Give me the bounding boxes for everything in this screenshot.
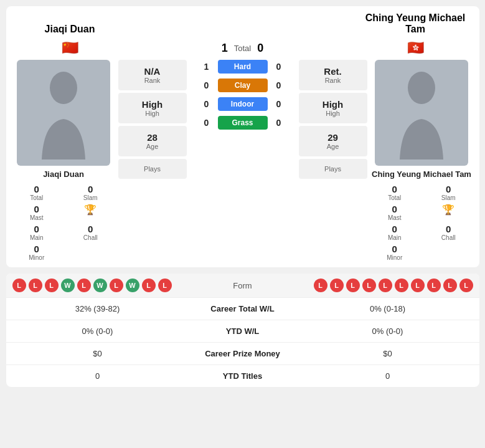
left-side-stats: N/A Rank High High 28 Age Plays <box>118 60 187 179</box>
right-form-pill-6: L <box>411 279 425 292</box>
left-form-pill-8: L <box>142 279 156 292</box>
surface-clay-btn[interactable]: Clay <box>218 79 268 92</box>
right-form-pill-2: L <box>346 279 360 292</box>
right-chall-stat: 0 Chall <box>424 224 473 241</box>
right-plays-block: Plays <box>299 159 367 179</box>
left-form-pill-3: W <box>61 279 75 292</box>
left-ytd-titles: 0 <box>15 371 181 381</box>
left-form-pill-6: L <box>110 279 123 292</box>
ytd-wl-label: YTD W/L <box>181 326 305 336</box>
career-total-row: 32% (39-82) Career Total W/L 0% (0-18) <box>6 297 479 320</box>
left-main-stat: 0 Main <box>12 224 62 241</box>
left-form-pill-9: L <box>158 279 172 292</box>
right-form-pill-0: L <box>314 279 327 292</box>
left-prize-money: $0 <box>15 349 181 358</box>
right-trophy: 🏆 <box>424 204 473 221</box>
right-player-name: Ching Yeung Michael Tam <box>372 169 471 179</box>
right-form-pills: L L L L L L L L L L <box>271 279 473 292</box>
center-surfaces: 1 Hard 0 0 Clay 0 0 Indoor 0 0 Grass 0 <box>190 60 296 132</box>
right-form-pill-1: L <box>330 279 344 292</box>
prize-money-label: Career Prize Money <box>181 349 305 358</box>
right-rank-block: Ret. Rank <box>299 60 367 90</box>
left-rank-block: N/A Rank <box>118 60 187 90</box>
career-total-label: Career Total W/L <box>181 304 305 313</box>
right-ytd-wl: 0% (0-0) <box>305 326 471 336</box>
surface-grass-btn[interactable]: Grass <box>218 116 268 130</box>
surface-hard-btn[interactable]: Hard <box>218 60 268 74</box>
right-player-panel: Ching Yeung Michael Tam 0 Total 0 Slam 0… <box>370 60 473 261</box>
player-right-name-top: Ching Yeung Michael Tam <box>364 12 467 35</box>
right-form-pill-9: L <box>459 279 473 292</box>
right-minor-stat: 0 Minor <box>370 244 420 261</box>
left-minor-stat: 0 Minor <box>12 244 62 261</box>
prize-money-row: $0 Career Prize Money $0 <box>6 342 479 365</box>
left-plays-block: Plays <box>118 159 187 179</box>
surface-indoor-btn[interactable]: Indoor <box>218 97 268 111</box>
svg-point-0 <box>50 72 77 104</box>
player-left-flag: 🇨🇳 <box>19 40 121 56</box>
left-chall-stat: 0 Chall <box>66 224 115 241</box>
right-player-avatar <box>375 60 468 166</box>
player-right-flag: 🇭🇰 <box>364 40 467 56</box>
bottom-section: L L L W L W L W L L Form L L L L L L L L… <box>6 274 479 387</box>
ytd-titles-row: 0 YTD Titles 0 <box>6 365 479 387</box>
left-player-name: Jiaqi Duan <box>43 169 84 179</box>
left-slam-stat: 0 Slam <box>66 184 115 201</box>
right-high-block: High High <box>299 93 367 123</box>
left-age-block: 28 Age <box>118 126 187 156</box>
total-label: Total <box>234 44 251 53</box>
form-row: L L L W L W L W L L Form L L L L L L L L… <box>6 274 479 297</box>
surface-grass-row: 0 Grass 0 <box>200 116 285 130</box>
right-slam-stat: 0 Slam <box>424 184 473 201</box>
left-high-block: High High <box>118 93 187 123</box>
player-left-name-top: Jiaqi Duan <box>19 24 121 35</box>
right-side-stats: Ret. Rank High High 29 Age Plays <box>299 60 367 179</box>
right-ytd-titles: 0 <box>305 371 471 381</box>
right-prize-money: $0 <box>305 349 471 358</box>
ytd-wl-row: 0% (0-0) YTD W/L 0% (0-0) <box>6 320 479 342</box>
right-form-pill-5: L <box>395 279 408 292</box>
right-mast-stat: 0 Mast <box>370 204 420 221</box>
left-form-pill-1: L <box>29 279 42 292</box>
right-total-stat: 0 Total <box>370 184 420 201</box>
surface-indoor-row: 0 Indoor 0 <box>200 97 285 111</box>
left-trophy: 🏆 <box>66 204 115 221</box>
right-form-pill-8: L <box>443 279 457 292</box>
left-form-pill-4: L <box>77 279 91 292</box>
left-ytd-wl: 0% (0-0) <box>15 326 181 336</box>
left-total-stat: 0 Total <box>12 184 62 201</box>
left-form-pill-5: W <box>93 279 107 292</box>
right-total-score: 0 <box>257 42 263 55</box>
left-form-pills: L L L W L W L W L L <box>12 279 214 292</box>
left-career-total: 32% (39-82) <box>15 304 181 313</box>
right-age-block: 29 Age <box>299 126 367 156</box>
right-form-pill-7: L <box>427 279 441 292</box>
left-player-panel: Jiaqi Duan 0 Total 0 Slam 0 Mast 🏆 <box>12 60 115 261</box>
right-main-stat: 0 Main <box>370 224 420 241</box>
left-player-avatar <box>17 60 110 166</box>
left-total-score: 1 <box>222 42 228 55</box>
right-form-pill-3: L <box>362 279 376 292</box>
svg-point-1 <box>408 72 435 104</box>
left-form-pill-7: W <box>126 279 139 292</box>
surface-clay-row: 0 Clay 0 <box>200 79 285 92</box>
right-form-pill-4: L <box>379 279 392 292</box>
form-label: Form <box>218 281 268 290</box>
left-mast-stat: 0 Mast <box>12 204 62 221</box>
right-career-total: 0% (0-18) <box>305 304 471 313</box>
left-form-pill-2: L <box>45 279 59 292</box>
ytd-titles-label: YTD Titles <box>181 371 305 381</box>
left-form-pill-0: L <box>12 279 26 292</box>
surface-hard-row: 1 Hard 0 <box>200 60 285 74</box>
